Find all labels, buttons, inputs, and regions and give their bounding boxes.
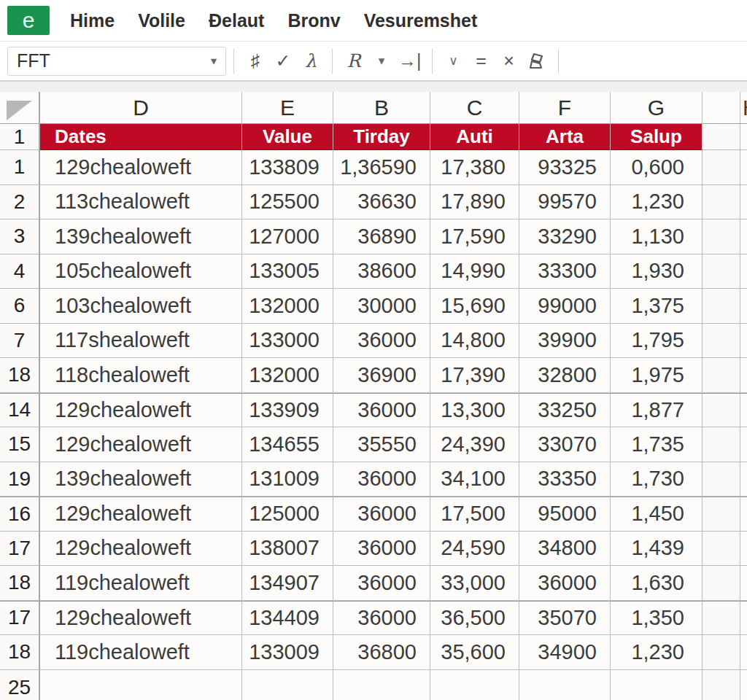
cell[interactable]: 34900 [519, 635, 611, 670]
row-header[interactable]: 1 [0, 150, 40, 185]
cell[interactable]: 132000 [242, 289, 333, 324]
cell[interactable] [703, 254, 740, 289]
equals-icon[interactable]: = [471, 52, 492, 70]
cell[interactable] [333, 670, 430, 700]
cell[interactable]: 103chealoweft [40, 289, 242, 324]
cell[interactable] [740, 124, 747, 150]
select-all-corner[interactable] [0, 92, 40, 124]
cell[interactable]: 38600 [333, 254, 430, 289]
cell[interactable] [740, 670, 747, 700]
header-cell[interactable]: Dates [40, 124, 242, 150]
row-header[interactable]: 25 [0, 670, 40, 700]
name-box-caret-icon[interactable]: ▾ [211, 54, 217, 68]
cell[interactable]: 36000 [333, 462, 430, 497]
cell[interactable]: 0,600 [611, 150, 703, 185]
cell[interactable]: 129chealoweft [40, 427, 242, 462]
cell[interactable] [703, 150, 740, 185]
cell[interactable]: 33,000 [430, 566, 519, 601]
row-header[interactable]: 18 [0, 358, 40, 393]
cell[interactable]: 118chealoweft [40, 358, 242, 393]
cell[interactable]: 33250 [519, 393, 611, 428]
cell[interactable]: 117shealoweft [40, 324, 242, 359]
cell[interactable] [703, 427, 740, 462]
cell[interactable]: 139chealoweft [40, 219, 242, 254]
column-header[interactable]: E [242, 92, 333, 124]
cell[interactable] [740, 601, 747, 636]
cell[interactable]: 39900 [519, 324, 611, 359]
cell[interactable]: 139chealoweft [40, 462, 242, 497]
menu-item-layout[interactable]: Ðelaut [209, 10, 264, 31]
menu-item-worksheet[interactable]: Vesuremshet [364, 10, 478, 31]
cell[interactable]: 105chealoweft [40, 254, 242, 289]
column-header[interactable]: C [430, 92, 519, 124]
cell[interactable] [519, 670, 611, 700]
ink-bottle-icon[interactable] [526, 52, 548, 71]
cell[interactable] [740, 219, 747, 254]
cell[interactable] [40, 670, 242, 700]
cell[interactable]: 14,800 [430, 324, 519, 359]
cell[interactable]: 133809 [242, 150, 333, 185]
cell[interactable]: 13,300 [430, 393, 519, 428]
cell[interactable]: 1,730 [611, 462, 703, 497]
header-cell[interactable]: Auti [430, 124, 519, 150]
cell[interactable]: 129chealoweft [40, 497, 242, 532]
row-header[interactable]: 18 [0, 635, 40, 670]
cell[interactable]: 133000 [242, 324, 333, 359]
cell[interactable]: 17,380 [430, 150, 519, 185]
cell[interactable]: 133005 [242, 254, 333, 289]
cell[interactable] [430, 670, 519, 700]
cell[interactable]: 99000 [519, 289, 611, 324]
column-header[interactable]: H [740, 92, 747, 124]
cell[interactable]: 129chealoweft [40, 532, 242, 567]
cell[interactable]: 32800 [519, 358, 611, 393]
cell[interactable]: 34,100 [430, 462, 519, 497]
cell[interactable]: 36,500 [430, 601, 519, 636]
cell[interactable] [703, 670, 740, 700]
cell[interactable]: 35,600 [430, 635, 519, 670]
cell[interactable]: 119chealoweft [40, 566, 242, 601]
row-header[interactable]: 17 [0, 601, 40, 636]
cell[interactable]: 14,990 [430, 254, 519, 289]
cell[interactable]: 119chealoweft [40, 635, 242, 670]
cell[interactable]: 138007 [242, 532, 333, 567]
cell[interactable] [740, 358, 747, 393]
cell[interactable] [703, 497, 740, 532]
cell[interactable]: 125000 [242, 497, 333, 532]
cell[interactable]: 36630 [333, 185, 430, 220]
cell[interactable]: 36900 [333, 358, 430, 393]
row-header[interactable]: 2 [0, 185, 40, 220]
cell[interactable]: 1,375 [611, 289, 703, 324]
cell[interactable] [703, 324, 740, 359]
cell[interactable] [242, 670, 333, 700]
cell[interactable]: 93325 [519, 150, 611, 185]
cell[interactable] [611, 670, 703, 700]
cell[interactable] [703, 185, 740, 220]
cell[interactable] [740, 427, 747, 462]
row-header[interactable]: 17 [0, 532, 40, 567]
cell[interactable]: 1,630 [611, 566, 703, 601]
row-header[interactable]: 6 [0, 289, 40, 324]
row-header[interactable]: 15 [0, 427, 40, 462]
column-header[interactable]: D [40, 92, 242, 124]
row-header[interactable]: 19 [0, 462, 40, 497]
column-header[interactable]: F [519, 92, 611, 124]
cell[interactable]: 15,690 [430, 289, 519, 324]
cell[interactable]: 1,130 [611, 219, 703, 254]
cell[interactable]: 24,390 [430, 427, 519, 462]
cell[interactable]: 131009 [242, 462, 333, 497]
cell[interactable] [703, 358, 740, 393]
cell[interactable]: 35070 [519, 601, 611, 636]
cell[interactable]: 33300 [519, 254, 611, 289]
chevron-down-icon[interactable]: ▾ [371, 55, 392, 67]
cell[interactable]: 1,450 [611, 497, 703, 532]
cell[interactable] [740, 289, 747, 324]
row-header[interactable]: 4 [0, 254, 40, 289]
cell[interactable] [703, 393, 740, 428]
cell[interactable]: 35550 [333, 427, 430, 462]
cell[interactable]: 134409 [242, 601, 333, 636]
cell[interactable]: 36000 [333, 324, 430, 359]
header-cell[interactable]: Salup [611, 124, 703, 150]
cell[interactable]: 36000 [333, 601, 430, 636]
cell[interactable]: 36000 [333, 393, 430, 428]
cell[interactable]: 113chealoweft [40, 185, 242, 220]
